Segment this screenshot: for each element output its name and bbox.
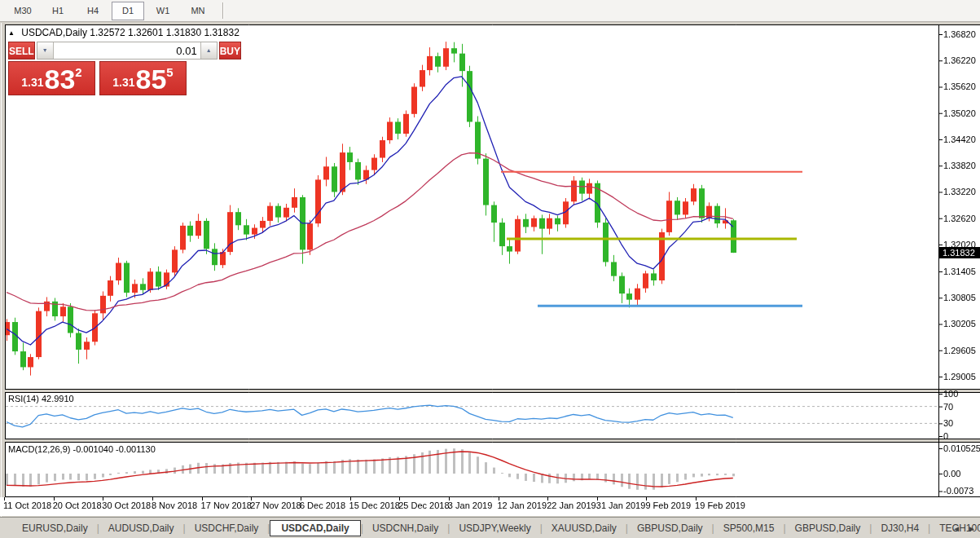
- rsi-axis-label: 100: [943, 389, 958, 399]
- volume-decrease-icon[interactable]: ▼: [37, 42, 54, 59]
- buy-price-point: 5: [166, 65, 173, 79]
- rsi-axis-label: 70: [943, 402, 953, 412]
- date-axis-label: 17 Nov 2018: [201, 501, 252, 510]
- price-axis-label: 1.33820: [943, 161, 976, 170]
- tab-xauusd-daily[interactable]: XAUUSD,Daily: [543, 520, 626, 536]
- date-axis-label: 19 Feb 2019: [695, 501, 745, 510]
- date-axis-label: 12 Jan 2019: [498, 501, 547, 510]
- price-axis-label: 1.29005: [943, 372, 976, 381]
- chart-symbol-title: USDCAD,Daily: [21, 27, 87, 38]
- price-axis-label: 1.32620: [943, 214, 976, 223]
- timeframe-button-d1[interactable]: D1: [112, 2, 144, 20]
- buy-button[interactable]: BUY: [219, 42, 241, 60]
- date-axis-label: 27 Nov 2018: [250, 501, 301, 510]
- tab-gbpusd-daily[interactable]: GBPUSD,Daily: [628, 520, 712, 536]
- date-axis-label: 22 Jan 2019: [547, 501, 596, 510]
- volume-input[interactable]: [54, 42, 200, 59]
- one-click-trade-widget: SELL ▼ ▲ BUY 1.31 83 2 1.31 85 5: [8, 42, 187, 95]
- rsi-axis-label: 0: [943, 431, 948, 441]
- tab-scroll-left-icon[interactable]: ◄: [952, 524, 960, 533]
- date-axis-label: 6 Dec 2018: [300, 501, 345, 510]
- buy-price-pips: 85: [136, 67, 167, 92]
- macd-axis-label: 0.010525: [943, 443, 980, 453]
- date-axis-label: 25 Dec 2018: [398, 501, 449, 510]
- sell-button[interactable]: SELL: [8, 42, 35, 60]
- toolbar-divider: [222, 2, 224, 19]
- tab-scroll-controls: ◄ ►: [952, 518, 976, 538]
- tab-sp500-m15[interactable]: SP500,M15: [714, 520, 784, 536]
- date-axis-label: 15 Dec 2018: [349, 501, 400, 510]
- price-axis-label: 1.33220: [943, 187, 976, 196]
- tab-gbpusd-daily[interactable]: GBPUSD,Daily: [786, 520, 870, 536]
- macd-axis-label: -0.0073: [943, 486, 973, 496]
- date-axis-label: 9 Feb 2019: [645, 501, 691, 510]
- buy-price-whole: 1.31: [112, 76, 134, 89]
- price-axis-label: 1.36220: [943, 55, 976, 65]
- price-axis-label: 1.34420: [943, 134, 976, 144]
- tab-usdcnh-daily[interactable]: USDCNH,Daily: [363, 520, 447, 536]
- chart-tab-bar: EURUSD,Daily|AUDUSD,Daily|USDCHF,Daily|U…: [0, 517, 980, 538]
- date-axis-label: 11 Oct 2018: [3, 501, 51, 510]
- tab-eurusd-daily[interactable]: EURUSD,Daily: [13, 520, 97, 536]
- chart-tabs: EURUSD,Daily|AUDUSD,Daily|USDCHF,Daily|U…: [13, 520, 980, 536]
- macd-axis-label: 0.00: [943, 469, 960, 478]
- buy-price-panel[interactable]: 1.31 85 5: [99, 61, 187, 95]
- timeframe-button-mn[interactable]: MN: [182, 2, 214, 20]
- tab-usdjpy-weekly[interactable]: USDJPY,Weekly: [450, 520, 539, 536]
- price-axis-label: 1.29605: [943, 346, 976, 355]
- timeframe-button-m30[interactable]: M30: [7, 2, 39, 20]
- macd-indicator-label: MACD(12,26,9) -0.001040 -0.001130: [8, 444, 156, 454]
- chart-canvas[interactable]: [0, 23, 980, 517]
- tab-scroll-right-icon[interactable]: ►: [968, 524, 976, 533]
- rsi-axis-label: 30: [943, 418, 953, 428]
- date-axis-label: 30 Oct 2018: [102, 501, 151, 510]
- sell-price-panel[interactable]: 1.31 83 2: [8, 61, 95, 95]
- price-axis-label: 1.31405: [943, 267, 976, 276]
- volume-stepper: ▼ ▲: [37, 42, 218, 60]
- date-axis-label: 3 Jan 2019: [448, 501, 492, 510]
- sell-price-point: 2: [75, 65, 81, 79]
- rsi-indicator-label: RSI(14) 42.9910: [8, 394, 74, 404]
- timeframe-button-h1[interactable]: H1: [42, 2, 74, 20]
- price-axis-label: 1.30805: [943, 293, 976, 302]
- timeframe-button-h4[interactable]: H4: [77, 2, 109, 20]
- tab-audusd-daily[interactable]: AUDUSD,Daily: [99, 520, 183, 536]
- price-axis-label: 1.35020: [943, 108, 976, 118]
- sell-price-whole: 1.31: [21, 76, 43, 89]
- date-axis-label: 20 Oct 2018: [53, 501, 102, 510]
- sell-price-pips: 83: [45, 67, 76, 92]
- price-axis-label: 1.30205: [943, 319, 976, 329]
- price-axis-label: 1.35620: [943, 82, 976, 91]
- collapse-arrow-icon[interactable]: ▲: [8, 29, 15, 37]
- timeframe-toolbar: M30H1H4D1W1MN: [0, 0, 980, 22]
- current-price-tag: 1.31832: [939, 247, 980, 258]
- tab-usdcad-daily[interactable]: USDCAD,Daily: [270, 520, 360, 536]
- tab-dj30-h4[interactable]: DJ30,H4: [872, 520, 928, 536]
- volume-increase-icon[interactable]: ▲: [200, 42, 217, 59]
- date-axis-label: 8 Nov 2018: [152, 501, 197, 510]
- price-axis-label: 1.36820: [943, 29, 976, 39]
- trading-terminal-window: M30H1H4D1W1MN ▲ USDCAD,Daily 1.32572 1.3…: [0, 0, 980, 538]
- chart-title: ▲ USDCAD,Daily 1.32572 1.32601 1.31830 1…: [8, 27, 240, 38]
- date-axis-label: 31 Jan 2019: [596, 501, 646, 510]
- chart-ohlc-values: 1.32572 1.32601 1.31830 1.31832: [90, 27, 240, 38]
- timeframe-button-w1[interactable]: W1: [147, 2, 179, 20]
- tab-usdchf-daily[interactable]: USDCHF,Daily: [186, 520, 268, 536]
